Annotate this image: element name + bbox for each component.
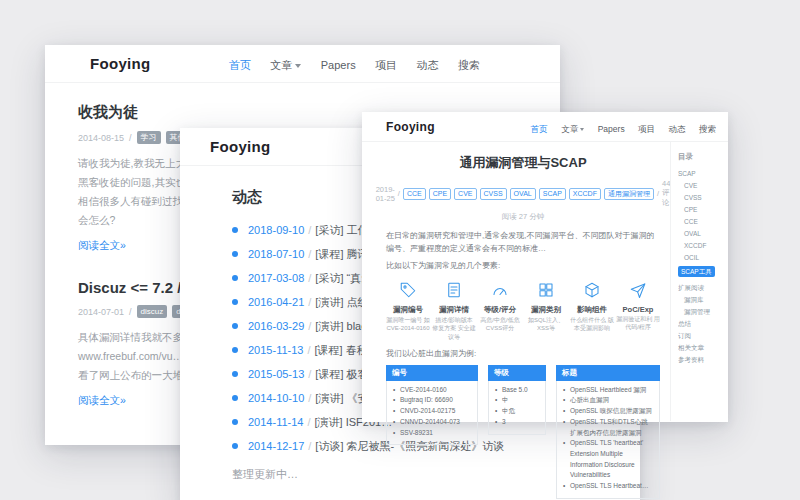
tag-badge[interactable]: 通用漏洞管理 bbox=[604, 188, 654, 200]
feature-item: 等级/评分 高危/中危/低危 CVSS评分 bbox=[478, 281, 522, 342]
tag-badge[interactable]: CPE bbox=[429, 188, 451, 200]
timeline-date-link[interactable]: 2018-09-10 bbox=[248, 224, 304, 236]
separator: / bbox=[307, 344, 310, 356]
bullet-icon bbox=[232, 251, 238, 257]
toc-item[interactable]: XCCDF bbox=[678, 240, 724, 252]
site-logo[interactable]: Fooying bbox=[386, 120, 435, 134]
tag-badge[interactable]: discuz bbox=[137, 305, 168, 318]
toc-item[interactable]: CCE bbox=[678, 216, 724, 228]
nav-search[interactable]: 搜索 bbox=[699, 124, 716, 134]
separator: / bbox=[129, 133, 132, 143]
toc-item[interactable]: SCAP bbox=[678, 168, 724, 180]
feature-desc: 漏洞唯一编号 如CVE-2014-0160 bbox=[386, 316, 430, 333]
timeline-date-link[interactable]: 2014-10-10 bbox=[248, 392, 304, 404]
toc-item[interactable]: 漏洞库 bbox=[678, 294, 724, 306]
nav-articles[interactable]: 文章 bbox=[270, 59, 301, 71]
article-nav: 首页 文章 Papers 项目 动态 搜索 bbox=[522, 118, 716, 136]
nav-papers[interactable]: Papers bbox=[598, 124, 625, 134]
toc-item[interactable]: 订阅 bbox=[678, 330, 724, 342]
toc-item[interactable]: CPE bbox=[678, 204, 724, 216]
toc-item[interactable]: 漏洞管理 bbox=[678, 306, 724, 318]
nav-updates[interactable]: 动态 bbox=[669, 124, 686, 134]
toc-item-active[interactable]: SCAP工具 bbox=[678, 266, 715, 277]
nav-search[interactable]: 搜索 bbox=[458, 59, 480, 71]
nav-projects[interactable]: 项目 bbox=[638, 124, 655, 134]
toc-item[interactable]: CVE bbox=[678, 180, 724, 192]
send-icon bbox=[629, 285, 647, 302]
nav-articles[interactable]: 文章 bbox=[561, 124, 584, 134]
article-paragraph: 比如以下为漏洞常见的几个要素: bbox=[386, 259, 660, 272]
article-header: Fooying 首页 文章 Papers 项目 动态 搜索 bbox=[362, 112, 728, 142]
read-more-link[interactable]: 阅读全文» bbox=[78, 239, 126, 253]
table-row: OpenSSL Heartbleed 漏洞 bbox=[563, 385, 653, 396]
table-titles: 标题 OpenSSL Heartbleed 漏洞 心脏出血漏洞 OpenSSL … bbox=[556, 365, 660, 499]
feature-desc: 高危/中危/低危 CVSS评分 bbox=[478, 316, 522, 333]
toc-item[interactable]: 扩展阅读 bbox=[678, 282, 724, 294]
site-logo[interactable]: Fooying bbox=[210, 138, 270, 155]
separator: / bbox=[307, 416, 310, 428]
feature-desc: 什么组件什么 版本受漏洞影响 bbox=[570, 316, 614, 333]
toc-item[interactable]: 参考资料 bbox=[678, 354, 724, 366]
gauge-icon bbox=[491, 285, 509, 302]
tag-badge[interactable]: SCAP bbox=[539, 188, 566, 200]
site-logo[interactable]: Fooying bbox=[90, 55, 150, 72]
tag-badge[interactable]: OVAL bbox=[510, 188, 536, 200]
article-date: 2019-01-25 bbox=[376, 185, 395, 203]
timeline-date-link[interactable]: 2018-07-10 bbox=[248, 248, 304, 260]
bullet-icon bbox=[232, 443, 238, 449]
read-time: 阅读 27 分钟 bbox=[386, 212, 660, 222]
nav-papers[interactable]: Papers bbox=[321, 59, 356, 71]
table-row: CVE-2014-0160 bbox=[393, 385, 471, 396]
bullet-icon bbox=[232, 227, 238, 233]
table-row: 中 bbox=[495, 395, 539, 406]
tag-badge[interactable]: XCCDF bbox=[569, 188, 601, 200]
read-more-link[interactable]: 阅读全文» bbox=[78, 394, 126, 408]
nav-updates[interactable]: 动态 bbox=[417, 59, 439, 71]
tag-badge[interactable]: CVE bbox=[454, 188, 476, 200]
article-window: Fooying 首页 文章 Papers 项目 动态 搜索 通用漏洞管理与SCA… bbox=[362, 112, 728, 422]
separator: / bbox=[308, 368, 311, 380]
table-row: CNVD-2014-02175 bbox=[393, 406, 471, 417]
timeline-date-link[interactable]: 2016-03-29 bbox=[248, 320, 304, 332]
toc-item[interactable]: OVAL bbox=[678, 228, 724, 240]
nav-articles-label: 文章 bbox=[561, 124, 578, 134]
document-icon bbox=[445, 285, 463, 302]
example-lead-text: 我们以心脏出血漏洞为例: bbox=[386, 348, 660, 359]
toc-item[interactable]: 总结 bbox=[678, 318, 724, 330]
timeline-date-link[interactable]: 2014-11-14 bbox=[248, 416, 303, 428]
table-row: OpenSSL 嗅探信息泄露漏洞 bbox=[563, 406, 653, 417]
table-header: 标题 bbox=[556, 365, 660, 381]
cube-icon bbox=[583, 285, 601, 302]
table-row: 中危 bbox=[495, 406, 539, 417]
feature-label: 漏洞编号 bbox=[386, 305, 430, 315]
nav-projects[interactable]: 项目 bbox=[375, 59, 397, 71]
toc-item[interactable]: CVSS bbox=[678, 192, 724, 204]
toc-title: 目录 bbox=[678, 152, 724, 162]
table-row: 3 bbox=[495, 417, 539, 428]
feature-desc: 描述/影响版本 修复方案 安全建议等 bbox=[432, 316, 476, 342]
feature-item: PoC/Exp 漏洞验证和利 用代码/程序 bbox=[616, 281, 660, 342]
timeline-date-link[interactable]: 2014-12-17 bbox=[248, 440, 304, 452]
table-row: CNNVD-201404-073 bbox=[393, 417, 471, 428]
toc-item[interactable]: OCIL bbox=[678, 252, 724, 264]
tag-badge[interactable]: 学习 bbox=[137, 131, 161, 144]
toc-item[interactable]: 相关文章 bbox=[678, 342, 724, 354]
timeline-date-link[interactable]: 2015-11-13 bbox=[248, 344, 303, 356]
bullet-icon bbox=[232, 347, 238, 353]
timeline-date-link[interactable]: 2016-04-21 bbox=[248, 296, 304, 308]
separator: / bbox=[308, 248, 311, 260]
feature-desc: 如SQL注入、 XSS等 bbox=[524, 316, 568, 333]
feature-item: 漏洞编号 漏洞唯一编号 如CVE-2014-0160 bbox=[386, 281, 430, 342]
timeline-date-link[interactable]: 2015-05-13 bbox=[248, 368, 304, 380]
nav-home[interactable]: 首页 bbox=[229, 59, 251, 71]
feature-item: 漏洞类别 如SQL注入、 XSS等 bbox=[524, 281, 568, 342]
separator: / bbox=[657, 189, 659, 198]
tag-badge[interactable]: CVSS bbox=[480, 188, 507, 200]
tag-badge[interactable]: CCE bbox=[403, 188, 426, 200]
timeline-date-link[interactable]: 2017-03-08 bbox=[248, 272, 304, 284]
nav-home[interactable]: 首页 bbox=[531, 124, 548, 134]
article-paragraph: 在日常的漏洞研究和管理中,通常会发现,不同漏洞平台、不同团队对于漏洞的编号、严重… bbox=[386, 229, 660, 255]
feature-item: 漏洞详情 描述/影响版本 修复方案 安全建议等 bbox=[432, 281, 476, 342]
feature-label: 等级/评分 bbox=[478, 305, 522, 315]
nav-articles-label: 文章 bbox=[270, 59, 292, 71]
